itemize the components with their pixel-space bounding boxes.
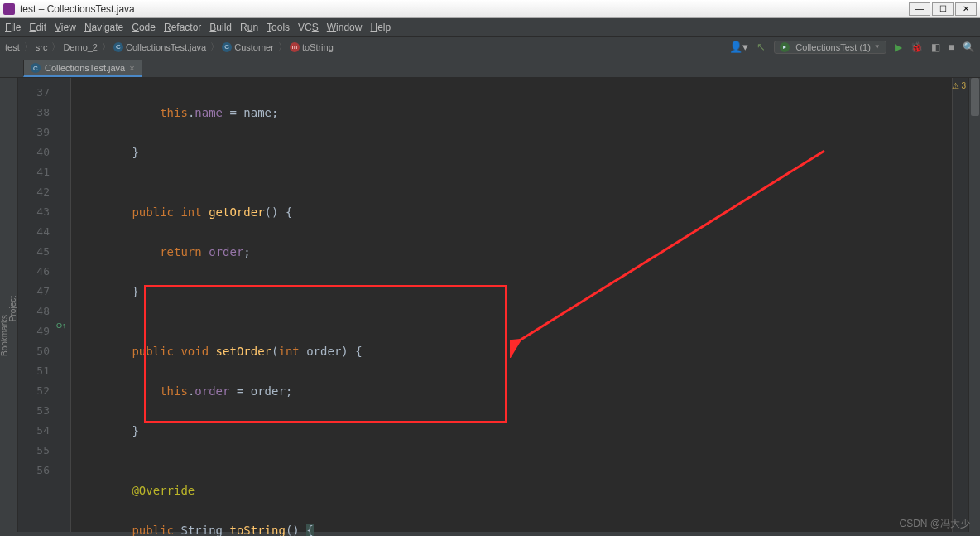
tab-label: CollectionsTest.java	[45, 63, 125, 73]
menu-view[interactable]: View	[55, 22, 76, 33]
breadcrumb-test[interactable]: test	[5, 42, 20, 52]
menu-edit[interactable]: Edit	[29, 22, 46, 33]
close-icon[interactable]: ×	[129, 63, 134, 73]
breadcrumb-method[interactable]: mtoString	[290, 42, 334, 52]
debug-button[interactable]: 🐞	[910, 41, 923, 53]
window-titlebar: test – CollectionsTest.java — ☐ ✕	[0, 0, 980, 18]
override-icon[interactable]: O↑	[56, 321, 66, 330]
line-numbers: 3738394041424344454647484950515253545556	[18, 78, 55, 532]
menu-help[interactable]: Help	[370, 22, 391, 33]
left-tool-strip: Project	[0, 78, 18, 532]
editor-tabs: C CollectionsTest.java ×	[0, 56, 980, 78]
menu-file[interactable]: File	[5, 22, 21, 33]
breadcrumb-src[interactable]: src	[36, 42, 48, 52]
java-class-icon: C	[31, 63, 41, 73]
breadcrumb-demo2[interactable]: Demo_2	[63, 42, 98, 52]
code-editor[interactable]: 3738394041424344454647484950515253545556…	[18, 78, 980, 532]
run-config-select[interactable]: ▸CollectionsTest (1)▼	[774, 41, 886, 54]
run-button[interactable]: ▶	[895, 41, 902, 53]
code-area[interactable]: this.name = name; } public int getOrder(…	[71, 78, 952, 532]
search-button[interactable]: 🔍	[963, 41, 975, 53]
warning-indicator[interactable]: ⚠3	[952, 81, 966, 90]
vertical-scrollbar[interactable]	[968, 78, 980, 532]
maximize-button[interactable]: ☐	[932, 2, 954, 16]
menu-window[interactable]: Window	[327, 22, 363, 33]
project-tab[interactable]: Project	[8, 296, 17, 321]
menu-run[interactable]: Run	[240, 22, 258, 33]
stop-button[interactable]: ■	[949, 41, 954, 53]
bookmarks-tab[interactable]: Bookmarks	[0, 315, 9, 356]
menu-vcs[interactable]: VCS	[298, 22, 319, 33]
scrollbar-thumb[interactable]	[971, 78, 979, 116]
intellij-icon	[3, 3, 15, 15]
close-button[interactable]: ✕	[955, 2, 977, 16]
tab-collectionstest[interactable]: C CollectionsTest.java ×	[23, 60, 142, 77]
window-title: test – CollectionsTest.java	[20, 3, 135, 15]
user-icon[interactable]: 👤▾	[729, 41, 748, 53]
build-icon[interactable]: ↖	[757, 41, 766, 53]
navigation-bar: test〉 src〉 Demo_2〉 CCollectionsTest.java…	[0, 36, 980, 56]
gutter-icons: O↑	[55, 78, 71, 532]
breadcrumb-file[interactable]: CCollectionsTest.java	[113, 42, 206, 52]
menu-bar: File Edit View Navigate Code Refactor Bu…	[0, 18, 980, 36]
coverage-button[interactable]: ◧	[931, 41, 940, 53]
menu-tools[interactable]: Tools	[267, 22, 290, 33]
minimize-button[interactable]: —	[909, 2, 930, 16]
menu-navigate[interactable]: Navigate	[84, 22, 123, 33]
editor-error-stripe[interactable]: ⚠3	[952, 78, 968, 532]
menu-build[interactable]: Build	[209, 22, 232, 33]
breadcrumb-class[interactable]: CCustomer	[222, 42, 274, 52]
menu-refactor[interactable]: Refactor	[164, 22, 201, 33]
menu-code[interactable]: Code	[132, 22, 156, 33]
